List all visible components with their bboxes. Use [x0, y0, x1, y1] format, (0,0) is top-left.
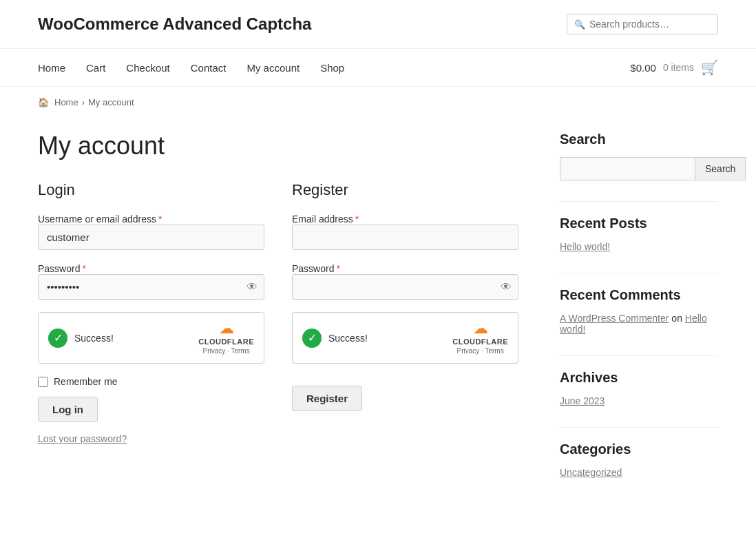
cart-price: $0.00 — [630, 62, 656, 74]
required-star-rpw: * — [336, 263, 339, 274]
cloudflare-links: Privacy · Terms — [203, 347, 250, 355]
forms-row: Login Username or email address* Passwor… — [38, 181, 518, 444]
sidebar-search-section: Search Search — [560, 132, 718, 180]
sidebar-recent-posts-heading: Recent Posts — [560, 216, 718, 231]
breadcrumb-separator: › — [82, 97, 85, 107]
home-icon: 🏠 — [38, 97, 49, 107]
login-password-input[interactable] — [38, 274, 264, 300]
sidebar-search-input[interactable] — [560, 157, 695, 180]
search-icon: 🔍 — [574, 19, 585, 30]
login-button[interactable]: Log in — [38, 397, 98, 422]
login-captcha-box[interactable]: ✓ Success! ☁ CLOUDFLARE Privacy · Terms — [38, 312, 264, 364]
register-password-wrapper: 👁 — [292, 274, 518, 300]
captcha-left: ✓ Success! — [48, 329, 114, 348]
required-star-pw: * — [82, 263, 85, 274]
username-input[interactable] — [38, 225, 264, 250]
register-email-field-group: Email address* — [292, 213, 518, 250]
register-button[interactable]: Register — [292, 386, 362, 411]
cart-icon[interactable]: 🛒 — [701, 59, 718, 76]
divider-3 — [560, 355, 718, 356]
login-heading: Login — [38, 181, 264, 199]
sidebar-recent-comments-section: Recent Comments A WordPress Commenter on… — [560, 287, 718, 335]
header-search-box[interactable]: 🔍 — [567, 14, 718, 34]
site-header: WooCommerce Advanced Captcha 🔍 — [0, 0, 756, 49]
divider-4 — [560, 427, 718, 428]
register-email-label: Email address* — [292, 214, 359, 225]
login-form: Login Username or email address* Passwor… — [38, 181, 264, 444]
breadcrumb: 🏠 Home › My account — [0, 87, 756, 118]
nav-checkout[interactable]: Checkout — [126, 62, 169, 74]
cloudflare-cloud-icon: ☁ — [219, 321, 234, 336]
remember-me-checkbox[interactable] — [38, 377, 48, 387]
register-heading: Register — [292, 181, 518, 199]
sidebar-search-heading: Search — [560, 132, 718, 147]
remember-me-row: Remember me — [38, 376, 264, 387]
cloudflare-branding: ☁ CLOUDFLARE Privacy · Terms — [198, 321, 254, 355]
sidebar-categories-heading: Categories — [560, 441, 718, 457]
site-title: WooCommerce Advanced Captcha — [38, 14, 311, 34]
captcha-success-text: Success! — [74, 333, 114, 344]
divider-1 — [560, 201, 718, 202]
login-password-label: Password* — [38, 263, 86, 274]
nav-myaccount[interactable]: My account — [246, 62, 300, 74]
required-star-email: * — [355, 214, 359, 225]
username-label: Username or email address* — [38, 214, 162, 225]
register-email-input[interactable] — [292, 225, 518, 250]
sidebar-archives-heading: Archives — [560, 370, 718, 386]
login-password-field-group: Password* 👁 — [38, 262, 264, 300]
register-cloudflare-logo: ☁ CLOUDFLARE Privacy · Terms — [452, 321, 508, 355]
lost-password-link-container: Lost your password? — [38, 433, 264, 444]
register-captcha-box[interactable]: ✓ Success! ☁ CLOUDFLARE Privacy · Terms — [292, 312, 518, 364]
breadcrumb-current: My account — [88, 97, 134, 107]
breadcrumb-home-link[interactable]: Home — [54, 97, 78, 107]
remember-me-label: Remember me — [54, 376, 118, 387]
sidebar-archives-section: Archives June 2023 — [560, 370, 718, 406]
lost-password-link[interactable]: Lost your password? — [38, 433, 127, 444]
register-password-field-group: Password* 👁 — [292, 262, 518, 300]
category-uncategorized[interactable]: Uncategorized — [560, 467, 718, 478]
register-cloudflare-links: Privacy · Terms — [457, 347, 504, 355]
sidebar: Search Search Recent Posts Hello world! … — [560, 132, 718, 499]
register-cloudflare-branding: ☁ CLOUDFLARE Privacy · Terms — [452, 321, 508, 355]
cart-area: $0.00 0 items 🛒 — [630, 59, 718, 76]
sidebar-recent-comments-heading: Recent Comments — [560, 287, 718, 303]
recent-post-1[interactable]: Hello world! — [560, 241, 718, 252]
main-nav: Home Cart Checkout Contact My account Sh… — [0, 49, 756, 87]
required-star: * — [158, 214, 162, 225]
nav-home[interactable]: Home — [38, 62, 65, 74]
sidebar-search-row: Search — [560, 157, 718, 180]
cloudflare-text: CLOUDFLARE — [198, 337, 254, 346]
commenter-link[interactable]: A WordPress Commenter — [560, 313, 669, 324]
nav-cart[interactable]: Cart — [86, 62, 105, 74]
sidebar-recent-posts-section: Recent Posts Hello world! — [560, 216, 718, 252]
login-password-wrapper: 👁 — [38, 274, 264, 300]
eye-icon-login[interactable]: 👁 — [246, 281, 258, 293]
cloudflare-logo: ☁ CLOUDFLARE Privacy · Terms — [198, 321, 254, 355]
commenter-on: on — [671, 313, 684, 324]
register-form: Register Email address* Password* 👁 — [292, 181, 518, 444]
sidebar-categories-section: Categories Uncategorized — [560, 441, 718, 478]
eye-icon-register[interactable]: 👁 — [501, 281, 512, 293]
nav-contact[interactable]: Contact — [191, 62, 227, 74]
archive-june-2023[interactable]: June 2023 — [560, 395, 718, 406]
register-password-label: Password* — [292, 263, 340, 274]
register-captcha-left: ✓ Success! — [302, 329, 368, 348]
register-cloudflare-text: CLOUDFLARE — [452, 337, 508, 346]
header-search-input[interactable] — [589, 19, 711, 30]
divider-2 — [560, 273, 718, 273]
content-area: My account Login Username or email addre… — [38, 132, 518, 499]
register-captcha-success-text: Success! — [328, 333, 368, 344]
register-captcha-check-icon: ✓ — [302, 329, 322, 348]
main-content: My account Login Username or email addre… — [0, 118, 756, 526]
username-field-group: Username or email address* — [38, 213, 264, 250]
register-cloudflare-cloud-icon: ☁ — [473, 321, 488, 336]
nav-links: Home Cart Checkout Contact My account Sh… — [38, 62, 344, 74]
captcha-check-icon: ✓ — [48, 329, 67, 348]
sidebar-search-button[interactable]: Search — [695, 157, 746, 180]
register-password-input[interactable] — [292, 274, 518, 300]
page-title: My account — [38, 132, 518, 160]
cart-items-count: 0 items — [663, 62, 694, 73]
nav-shop[interactable]: Shop — [320, 62, 344, 74]
recent-comment-1: A WordPress Commenter on Hello world! — [560, 313, 718, 335]
